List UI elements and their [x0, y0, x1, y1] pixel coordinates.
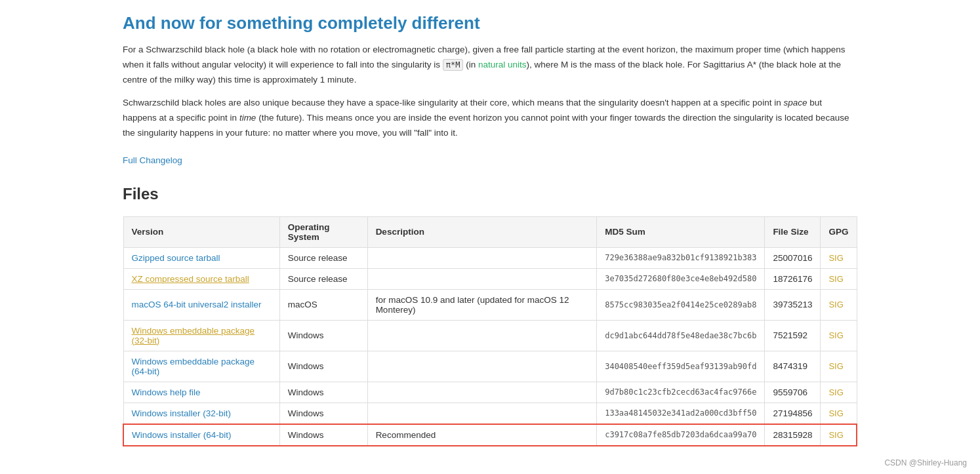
version-link[interactable]: Windows embeddable package (32-bit) — [132, 326, 255, 346]
section-heading: And now for something completely differe… — [123, 13, 857, 33]
header-row: Version Operating System Description MD5… — [123, 216, 857, 247]
sig-link[interactable]: SIG — [828, 300, 843, 309]
cell-filesize: 39735213 — [765, 289, 821, 320]
intro-block: For a Schwarzschild black hole (a black … — [123, 43, 857, 141]
table-row: Windows installer (32-bit)Windows133aa48… — [123, 403, 857, 424]
version-link[interactable]: Gzipped source tarball — [132, 253, 220, 263]
sig-link[interactable]: SIG — [828, 430, 843, 440]
cell-version: Windows installer (64-bit) — [123, 424, 279, 446]
col-filesize: File Size — [765, 216, 821, 247]
paragraph-2: Schwarzschild black holes are also uniqu… — [123, 96, 857, 141]
col-md5: MD5 Sum — [597, 216, 765, 247]
files-table: Version Operating System Description MD5… — [123, 216, 857, 446]
version-link[interactable]: Windows help file — [132, 387, 201, 397]
watermark: CSDN @Shirley-Huang — [884, 458, 967, 467]
cell-gpg: SIG — [821, 320, 857, 351]
cell-gpg: SIG — [821, 247, 857, 268]
col-version: Version — [123, 216, 279, 247]
cell-description — [367, 268, 597, 289]
cell-os: Source release — [279, 247, 367, 268]
col-gpg: GPG — [821, 216, 857, 247]
cell-version: Windows embeddable package (32-bit) — [123, 320, 279, 351]
cell-description — [367, 320, 597, 351]
cell-os: macOS — [279, 289, 367, 320]
cell-description: for macOS 10.9 and later (updated for ma… — [367, 289, 597, 320]
cell-md5: 3e7035d272680f80e3ce4e8eb492d580 — [597, 268, 765, 289]
sig-link[interactable]: SIG — [828, 253, 843, 263]
cell-version: Gzipped source tarball — [123, 247, 279, 268]
cell-os: Windows — [279, 424, 367, 446]
cell-md5: c3917c08a7fe85db7203da6dcaa99a70 — [597, 424, 765, 446]
sig-link[interactable]: SIG — [828, 408, 843, 418]
cell-description: Recommended — [367, 424, 597, 446]
time-italic: time — [239, 113, 256, 123]
cell-os: Windows — [279, 403, 367, 424]
table-row: macOS 64-bit universal2 installermacOSfo… — [123, 289, 857, 320]
cell-version: Windows embeddable package (64-bit) — [123, 351, 279, 382]
cell-md5: dc9d1abc644dd78f5e48edae38c7bc6b — [597, 320, 765, 351]
version-link[interactable]: Windows installer (32-bit) — [132, 408, 232, 418]
natural-units-link[interactable]: natural units — [478, 60, 527, 69]
cell-md5: 133aa48145032e341ad2a000cd3bff50 — [597, 403, 765, 424]
table-row: Windows help fileWindows9d7b80c1c23cfb2c… — [123, 382, 857, 403]
sig-link[interactable]: SIG — [828, 330, 843, 340]
cell-filesize: 25007016 — [765, 247, 821, 268]
cell-filesize: 8474319 — [765, 351, 821, 382]
cell-gpg: SIG — [821, 403, 857, 424]
para2-part1: Schwarzschild black holes are also uniqu… — [123, 98, 783, 108]
cell-os: Windows — [279, 382, 367, 403]
cell-md5: 729e36388ae9a832b01cf9138921b383 — [597, 247, 765, 268]
cell-description — [367, 382, 597, 403]
cell-filesize: 7521592 — [765, 320, 821, 351]
cell-gpg: SIG — [821, 289, 857, 320]
table-row: XZ compressed source tarballSource relea… — [123, 268, 857, 289]
paragraph-1: For a Schwarzschild black hole (a black … — [123, 43, 857, 88]
table-row: Windows embeddable package (32-bit)Windo… — [123, 320, 857, 351]
cell-gpg: SIG — [821, 268, 857, 289]
cell-md5: 8575cc983035ea2f0414e25ce0289ab8 — [597, 289, 765, 320]
cell-os: Source release — [279, 268, 367, 289]
cell-version: Windows help file — [123, 382, 279, 403]
cell-gpg: SIG — [821, 424, 857, 446]
cell-os: Windows — [279, 351, 367, 382]
cell-version: macOS 64-bit universal2 installer — [123, 289, 279, 320]
cell-gpg: SIG — [821, 351, 857, 382]
table-row: Windows embeddable package (64-bit)Windo… — [123, 351, 857, 382]
sig-link[interactable]: SIG — [828, 361, 843, 371]
version-link[interactable]: macOS 64-bit universal2 installer — [132, 300, 262, 309]
space-italic: space — [783, 98, 807, 108]
cell-md5: 9d7b80c1c23cfb2cecd63ac4fac9766e — [597, 382, 765, 403]
cell-gpg: SIG — [821, 382, 857, 403]
formula-code: π*M — [443, 59, 464, 71]
para1-part2: (in — [463, 60, 478, 69]
cell-filesize: 27194856 — [765, 403, 821, 424]
table-body: Gzipped source tarballSource release729e… — [123, 247, 857, 446]
version-link[interactable]: XZ compressed source tarball — [132, 274, 249, 284]
cell-os: Windows — [279, 320, 367, 351]
changelog-link[interactable]: Full Changelog — [123, 155, 182, 165]
cell-version: Windows installer (32-bit) — [123, 403, 279, 424]
sig-link[interactable]: SIG — [828, 274, 843, 284]
cell-filesize: 18726176 — [765, 268, 821, 289]
table-row: Gzipped source tarballSource release729e… — [123, 247, 857, 268]
cell-filesize: 28315928 — [765, 424, 821, 446]
page-container: And now for something completely differe… — [96, 0, 884, 473]
col-description: Description — [367, 216, 597, 247]
files-heading: Files — [123, 185, 857, 203]
cell-description — [367, 247, 597, 268]
cell-description — [367, 403, 597, 424]
version-link[interactable]: Windows installer (64-bit) — [132, 430, 232, 440]
cell-filesize: 9559706 — [765, 382, 821, 403]
cell-version: XZ compressed source tarball — [123, 268, 279, 289]
col-os: Operating System — [279, 216, 367, 247]
cell-description — [367, 351, 597, 382]
sig-link[interactable]: SIG — [828, 387, 843, 397]
cell-md5: 340408540eeff359d5eaf93139ab90fd — [597, 351, 765, 382]
table-row: Windows installer (64-bit)WindowsRecomme… — [123, 424, 857, 446]
table-header: Version Operating System Description MD5… — [123, 216, 857, 247]
version-link[interactable]: Windows embeddable package (64-bit) — [132, 357, 255, 376]
